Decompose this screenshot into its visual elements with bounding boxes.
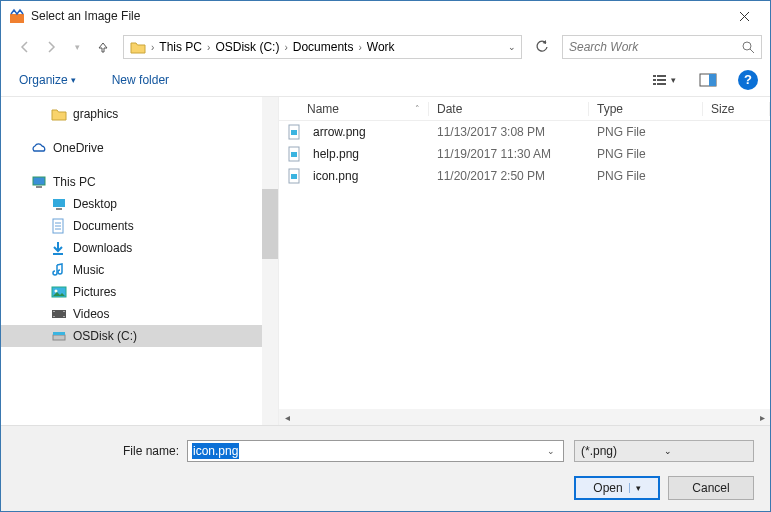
- tree-item-documents[interactable]: Documents: [1, 215, 278, 237]
- crumb-osdisk[interactable]: OSDisk (C:): [211, 40, 283, 54]
- new-folder-button[interactable]: New folder: [106, 69, 175, 91]
- tree-scrollbar[interactable]: [262, 97, 278, 425]
- file-list: Name˄ Date Type Size arrow.png11/13/2017…: [279, 97, 770, 425]
- tree-item-this-pc[interactable]: This PC: [1, 171, 278, 193]
- up-button[interactable]: [91, 35, 115, 59]
- view-mode-button[interactable]: ▾: [644, 68, 684, 92]
- svg-point-16: [55, 290, 58, 293]
- crumb-this-pc[interactable]: This PC: [155, 40, 206, 54]
- file-name: arrow.png: [313, 125, 366, 139]
- filename-label: File name:: [1, 444, 187, 458]
- tree-item-graphics[interactable]: graphics: [1, 103, 278, 125]
- scroll-right-icon[interactable]: ▸: [754, 412, 770, 423]
- title-bar: Select an Image File: [1, 1, 770, 31]
- tree-item-downloads[interactable]: Downloads: [1, 237, 278, 259]
- file-row[interactable]: help.png11/19/2017 11:30 AMPNG File: [279, 143, 770, 165]
- crumb-documents[interactable]: Documents: [289, 40, 358, 54]
- svg-rect-2: [653, 75, 656, 77]
- filename-history-dropdown[interactable]: ⌄: [543, 446, 559, 456]
- file-type-filter[interactable]: (*.png)⌄: [574, 440, 754, 462]
- svg-rect-21: [63, 316, 65, 317]
- tree-item-onedrive[interactable]: OneDrive: [1, 137, 278, 159]
- search-box[interactable]: Search Work: [562, 35, 762, 59]
- scroll-left-icon[interactable]: ◂: [279, 412, 295, 423]
- png-file-icon: [287, 124, 301, 140]
- music-icon: [51, 262, 67, 278]
- tree-item-label: OneDrive: [53, 141, 104, 155]
- tree-item-label: Downloads: [73, 241, 132, 255]
- svg-rect-19: [53, 316, 55, 317]
- recent-dropdown[interactable]: ▾: [65, 35, 89, 59]
- address-history-dropdown[interactable]: ⌄: [505, 42, 519, 52]
- file-row[interactable]: arrow.png11/13/2017 3:08 PMPNG File: [279, 121, 770, 143]
- tree-item-label: Music: [73, 263, 104, 277]
- organize-button[interactable]: Organize▾: [13, 69, 82, 91]
- svg-rect-20: [63, 311, 65, 312]
- forward-button[interactable]: [39, 35, 63, 59]
- svg-rect-23: [53, 332, 65, 335]
- docs-icon: [51, 218, 67, 234]
- tree-item-pictures[interactable]: Pictures: [1, 281, 278, 303]
- tree-item-label: This PC: [53, 175, 96, 189]
- file-name: help.png: [313, 147, 359, 161]
- svg-rect-25: [291, 130, 297, 135]
- tree-item-desktop[interactable]: Desktop: [1, 193, 278, 215]
- app-icon: [9, 8, 25, 24]
- back-button[interactable]: [13, 35, 37, 59]
- folder-icon: [51, 107, 67, 121]
- svg-rect-4: [653, 79, 656, 81]
- png-file-icon: [287, 146, 301, 162]
- desktop-icon: [51, 197, 67, 211]
- column-headers: Name˄ Date Type Size: [279, 97, 770, 121]
- filename-selection: icon.png: [192, 443, 239, 459]
- file-date: 11/20/2017 2:50 PM: [429, 169, 589, 183]
- nav-tree: graphicsOneDriveThis PCDesktopDocumentsD…: [1, 97, 279, 425]
- col-name[interactable]: Name˄: [279, 102, 429, 116]
- refresh-button[interactable]: [530, 36, 554, 58]
- svg-rect-12: [53, 199, 65, 207]
- cancel-button[interactable]: Cancel: [668, 476, 754, 500]
- pc-icon: [31, 175, 47, 189]
- file-date: 11/13/2017 3:08 PM: [429, 125, 589, 139]
- address-bar[interactable]: › This PC › OSDisk (C:) › Documents › Wo…: [123, 35, 522, 59]
- tree-item-osdisk-c-[interactable]: OSDisk (C:): [1, 325, 278, 347]
- col-date[interactable]: Date: [429, 102, 589, 116]
- col-type[interactable]: Type: [589, 102, 703, 116]
- filename-input[interactable]: [192, 444, 543, 458]
- file-type: PNG File: [589, 147, 703, 161]
- png-file-icon: [287, 168, 301, 184]
- pictures-icon: [51, 285, 67, 299]
- tree-item-label: Pictures: [73, 285, 116, 299]
- svg-point-1: [743, 42, 751, 50]
- crumb-work[interactable]: Work: [363, 40, 399, 54]
- file-type: PNG File: [589, 169, 703, 183]
- tree-item-label: graphics: [73, 107, 118, 121]
- svg-rect-10: [33, 177, 45, 185]
- tree-scrollbar-thumb[interactable]: [262, 189, 278, 259]
- svg-rect-22: [53, 335, 65, 340]
- preview-pane-button[interactable]: [688, 68, 728, 92]
- help-button[interactable]: ?: [738, 70, 758, 90]
- toolbar: Organize▾ New folder ▾ ?: [1, 63, 770, 97]
- file-date: 11/19/2017 11:30 AM: [429, 147, 589, 161]
- file-name: icon.png: [313, 169, 358, 183]
- filename-input-wrap[interactable]: icon.png ⌄: [187, 440, 564, 462]
- file-row[interactable]: icon.png11/20/2017 2:50 PMPNG File: [279, 165, 770, 187]
- file-hscrollbar[interactable]: ◂ ▸: [279, 409, 770, 425]
- svg-rect-29: [291, 174, 297, 179]
- open-button[interactable]: Open▾: [574, 476, 660, 500]
- svg-rect-11: [36, 186, 42, 188]
- folder-icon: [130, 40, 146, 54]
- videos-icon: [51, 307, 67, 321]
- search-icon: [742, 41, 755, 54]
- dialog-footer: File name: icon.png ⌄ (*.png)⌄ Open▾ Can…: [1, 425, 770, 512]
- tree-item-videos[interactable]: Videos: [1, 303, 278, 325]
- search-placeholder: Search Work: [569, 40, 742, 54]
- svg-rect-0: [10, 14, 24, 23]
- col-size[interactable]: Size: [703, 102, 770, 116]
- close-button[interactable]: [724, 2, 764, 30]
- tree-item-music[interactable]: Music: [1, 259, 278, 281]
- tree-item-label: Documents: [73, 219, 134, 233]
- tree-item-label: Desktop: [73, 197, 117, 211]
- svg-rect-7: [657, 83, 666, 85]
